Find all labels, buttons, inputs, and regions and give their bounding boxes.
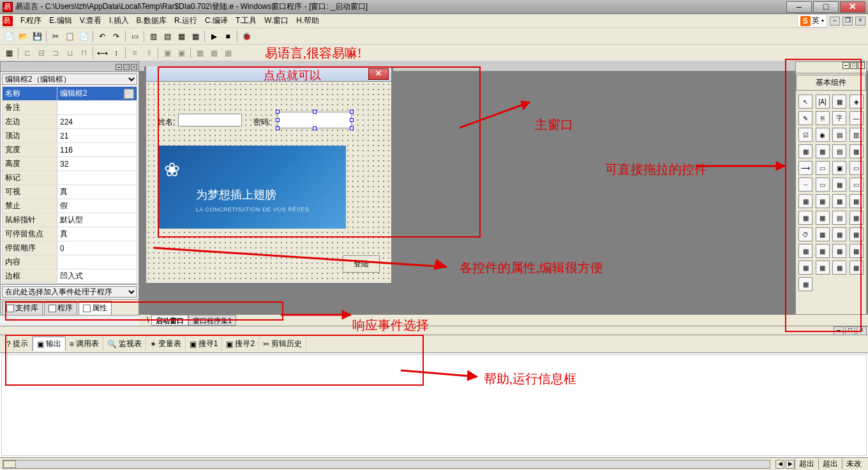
bottom-tab-2[interactable]: ≡调用表 [66,337,103,351]
selection-handle[interactable] [350,126,354,130]
component-icon-30[interactable]: ▤ [832,211,846,225]
component-icon-28[interactable]: ▦ [798,211,812,225]
component-icon-9[interactable]: ◉ [816,128,830,142]
component-icon-19[interactable]: ▭ [849,161,864,175]
username-input[interactable] [178,114,242,126]
component-icon-40[interactable]: ▦ [798,261,812,275]
selection-handle[interactable] [276,126,280,130]
design-area[interactable]: □ × ✕ 姓名: 密码: [139,61,868,315]
property-row[interactable]: 宽度116 [3,143,137,157]
component-icon-16[interactable]: ⟶ [798,161,812,175]
component-icon-35[interactable]: ▦ [849,227,864,241]
mdi-close-button[interactable]: × [855,17,865,26]
same-width-button[interactable]: ⟷ [96,47,108,59]
component-icon-20[interactable]: ┄ [798,178,812,192]
component-icon-41[interactable]: ▦ [816,261,830,275]
tab-properties[interactable]: 属性 [79,301,112,315]
menu-tools[interactable]: T.工具 [232,14,260,27]
property-value[interactable]: 凹入式 [57,269,137,283]
menu-view[interactable]: V.查看 [76,14,105,27]
component-icon-34[interactable]: ▦ [832,227,846,241]
paste-button[interactable]: 📄 [77,30,90,43]
new-button[interactable]: 📄 [3,30,15,43]
align-button-1[interactable]: ▦ [3,47,15,59]
tab-support-lib[interactable]: 支持库 [2,301,43,315]
grid-button-1[interactable]: ≡ [128,47,141,59]
bottom-tab-5[interactable]: ▣搜寻1 [186,337,223,351]
form-designer-window[interactable]: ✕ 姓名: 密码: ❀ 为梦想插上翅膀 LA CONCRÉTIS [144,66,393,285]
component-icon-25[interactable]: ▦ [816,194,830,208]
redo-button[interactable]: ↷ [110,30,123,43]
align-right-button[interactable]: ⊐ [49,47,62,59]
order-button-2[interactable]: ▣ [175,47,188,59]
minimize-button[interactable]: – [786,1,812,13]
selection-handle[interactable] [350,110,354,114]
debug-button[interactable]: 🐞 [240,30,253,43]
property-value[interactable]: 默认型 [57,213,137,227]
component-icon-12[interactable]: ▦ [798,144,812,158]
bottom-pin-button[interactable]: ‒ [834,326,844,335]
bottom-max-button[interactable]: □ [845,326,855,335]
property-value[interactable]: 21 [57,129,137,142]
tab-program[interactable]: 程序 [44,301,77,315]
component-icon-31[interactable]: ▦ [849,211,864,225]
menu-edit[interactable]: E.编辑 [45,14,75,27]
panel-pin-button[interactable]: ‒ [116,64,122,70]
property-row[interactable]: 可视真 [3,185,137,199]
selection-handle[interactable] [313,110,317,114]
menu-help[interactable]: H.帮助 [292,14,323,27]
layout-button-2[interactable]: ▤ [161,30,174,43]
menu-run[interactable]: R.运行 [170,14,201,27]
property-value[interactable]: 32 [57,157,137,171]
component-icon-39[interactable]: ▦ [849,244,864,258]
save-button[interactable]: 💾 [31,30,43,43]
component-icon-33[interactable]: ▦ [816,227,830,241]
component-icon-23[interactable]: ▭ [849,178,864,192]
ellipsis-button[interactable]: ... [124,89,134,99]
object-select[interactable]: 编辑框2（编辑框） [2,73,137,85]
property-value[interactable]: 0 [57,241,137,255]
component-icon-13[interactable]: ▦ [816,144,830,158]
property-row[interactable]: 禁止假 [3,199,137,213]
menu-window[interactable]: W.窗口 [260,14,292,27]
menu-compile[interactable]: C.编译 [201,14,232,27]
scroll-left-button[interactable]: ◀ [775,460,784,469]
banner-image[interactable]: ❀ 为梦想插上翅膀 LA CONCRÉTISATION DE VOS RÊVES [158,146,346,229]
component-icon-17[interactable]: ▭ [816,161,830,175]
component-icon-5[interactable]: ⎘ [816,111,830,125]
property-row[interactable]: 内容 [3,255,137,269]
component-icon-0[interactable]: ↖ [798,95,812,109]
component-icon-26[interactable]: ▦ [832,194,846,208]
tab-window-program-set[interactable]: 窗口程序集1 [188,315,236,326]
component-icon-7[interactable]: — [849,111,864,125]
property-row[interactable]: 名称编辑框2... [3,87,137,101]
bottom-content[interactable] [1,354,867,456]
bottom-tab-4[interactable]: ✶变量表 [146,337,186,351]
component-icon-38[interactable]: ▦ [832,244,846,258]
basic-components-button[interactable]: 基本组件 [796,75,866,91]
panel-max-button[interactable]: □ [123,64,130,70]
component-icon-11[interactable]: ▥ [849,128,864,142]
property-value[interactable]: 224 [57,115,137,128]
layout-button-1[interactable]: ▥ [147,30,160,43]
component-icon-29[interactable]: ▦ [816,211,830,225]
property-grid[interactable]: 名称编辑框2...备注左边224顶边21宽度116高度32标记可视真禁止假鼠标指… [2,86,137,284]
property-row[interactable]: 顶边21 [3,129,137,143]
property-value[interactable] [57,171,137,185]
bottom-close-button[interactable]: × [857,326,867,335]
event-select[interactable]: 在此处选择加入事件处理子程序 [2,286,137,298]
component-icon-37[interactable]: ▦ [816,244,830,258]
menu-insert[interactable]: I.插入 [105,14,133,27]
component-icon-18[interactable]: ▣ [832,161,846,175]
property-row[interactable]: 可停留焦点真 [3,227,137,241]
component-icon-43[interactable]: ▦ [849,261,864,275]
component-icon-32[interactable]: ⏱ [798,227,812,241]
selection-handle[interactable] [276,110,280,114]
mdi-restore-button[interactable]: ❐ [842,17,853,26]
form-close-button[interactable]: ✕ [368,68,389,80]
maximize-button[interactable]: □ [813,1,839,13]
component-icon-10[interactable]: ▤ [832,128,846,142]
property-row[interactable]: 左边224 [3,115,137,129]
tab-startup-window[interactable]: 启动窗口 [151,315,188,326]
open-button[interactable]: 📂 [17,30,29,43]
